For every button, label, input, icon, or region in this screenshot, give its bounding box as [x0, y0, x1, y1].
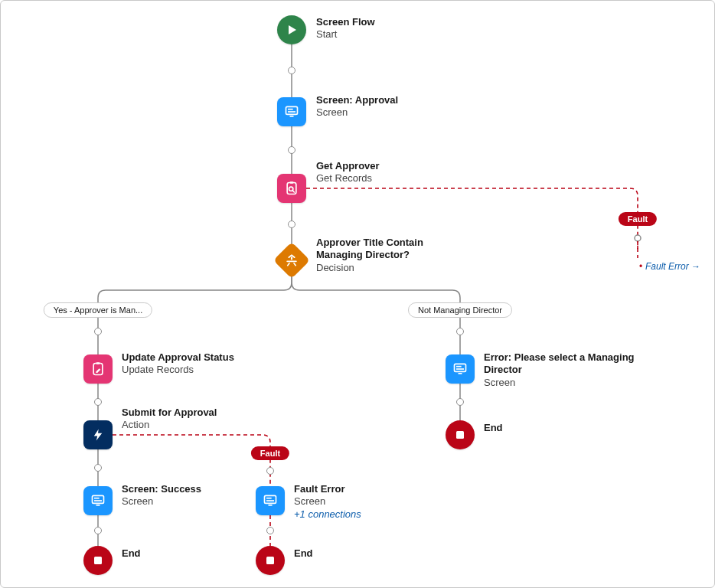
- fault-error-node[interactable]: [256, 486, 285, 515]
- svg-rect-35: [456, 368, 464, 370]
- start-node[interactable]: [277, 15, 306, 44]
- svg-rect-34: [456, 366, 462, 368]
- decision-node[interactable]: [277, 246, 306, 275]
- decision-sub: Decision: [316, 262, 469, 274]
- branch-no-pill[interactable]: Not Managing Director: [408, 302, 512, 318]
- screen-approval-sub: Screen: [316, 106, 398, 119]
- update-status-sub: Update Records: [122, 364, 234, 376]
- screen-approval-node[interactable]: [277, 97, 306, 126]
- svg-rect-11: [286, 106, 298, 114]
- svg-rect-36: [459, 373, 462, 374]
- screen-success-title: Screen: Success: [122, 483, 201, 495]
- svg-rect-28: [265, 495, 276, 503]
- decision-title: Approver Title Contain Managing Director…: [316, 237, 469, 262]
- error-screen-node[interactable]: [446, 354, 475, 384]
- goto-fault-error-link[interactable]: Fault Error →: [645, 261, 700, 272]
- arrow-right-icon: →: [691, 261, 700, 272]
- svg-rect-21: [93, 364, 103, 375]
- start-title: Screen Flow: [316, 16, 375, 28]
- svg-rect-33: [455, 364, 466, 371]
- get-approver-title: Get Approver: [316, 160, 380, 172]
- update-status-node[interactable]: [83, 354, 113, 384]
- start-sub: Start: [316, 28, 375, 41]
- svg-rect-25: [94, 500, 102, 501]
- error-screen-title: Error: Please select a Managing Director: [484, 351, 660, 377]
- flow-canvas[interactable]: Screen Flow Start Screen: Approval Scree…: [0, 0, 715, 588]
- svg-rect-20: [286, 260, 297, 262]
- svg-rect-23: [93, 495, 104, 503]
- end3-title: End: [484, 422, 503, 434]
- end2-title: End: [294, 547, 313, 560]
- svg-point-7: [635, 235, 641, 241]
- svg-rect-29: [266, 498, 272, 499]
- svg-rect-24: [94, 498, 100, 499]
- submit-approval-node[interactable]: [83, 420, 113, 449]
- screen-approval-title: Screen: Approval: [316, 94, 398, 106]
- fault-pill-submit[interactable]: Fault: [251, 446, 289, 460]
- svg-rect-30: [266, 500, 274, 501]
- end1-title: End: [122, 547, 141, 560]
- screen-success-sub: Screen: [122, 495, 201, 508]
- error-screen-sub: Screen: [484, 377, 660, 389]
- svg-rect-22: [96, 362, 100, 364]
- fault-error-sub: Screen: [294, 495, 361, 508]
- end-node-1[interactable]: [83, 546, 113, 575]
- submit-sub: Action: [122, 419, 217, 431]
- end-node-3[interactable]: [446, 420, 475, 449]
- submit-title: Submit for Approval: [122, 407, 217, 419]
- fault-error-title: Fault Error: [294, 483, 361, 495]
- svg-rect-26: [96, 505, 100, 506]
- svg-rect-19: [291, 257, 292, 260]
- svg-rect-37: [456, 431, 464, 439]
- goto-bullet: •: [639, 261, 642, 272]
- screen-success-node[interactable]: [83, 486, 113, 515]
- fault-pill-get[interactable]: Fault: [619, 212, 657, 226]
- update-status-title: Update Approval Status: [122, 351, 234, 364]
- get-approver-sub: Get Records: [316, 172, 380, 185]
- svg-rect-12: [288, 109, 293, 110]
- fault-error-extra: +1 connections: [294, 508, 361, 521]
- get-approver-node[interactable]: [277, 174, 306, 203]
- svg-marker-10: [289, 25, 296, 34]
- end-node-2[interactable]: [256, 546, 285, 575]
- svg-rect-32: [266, 557, 274, 564]
- svg-line-18: [292, 191, 294, 192]
- svg-rect-27: [94, 557, 102, 564]
- svg-rect-13: [288, 111, 295, 113]
- svg-rect-31: [269, 505, 273, 506]
- goto-label: Fault Error: [645, 261, 689, 272]
- svg-rect-14: [290, 116, 294, 117]
- svg-rect-16: [290, 181, 294, 184]
- branch-yes-pill[interactable]: Yes - Approver is Man...: [44, 302, 152, 318]
